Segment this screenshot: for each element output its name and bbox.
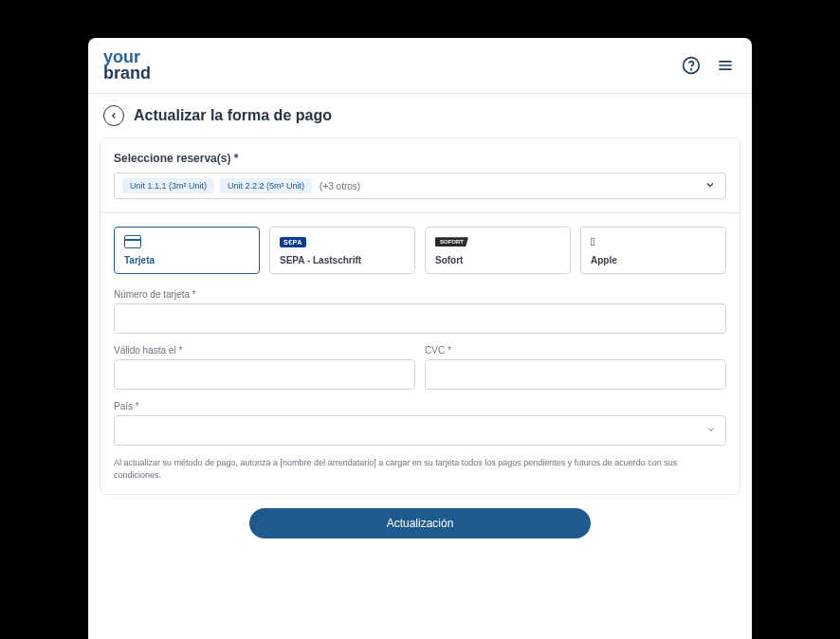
- help-icon[interactable]: [680, 54, 703, 77]
- card-icon: [124, 235, 249, 248]
- card-number-field: Número de tarjeta *: [114, 289, 726, 334]
- payment-method-sepa[interactable]: S€PA SEPA - Lastschrift: [269, 227, 415, 274]
- app-window: your brand: [88, 38, 752, 639]
- chevron-down-icon: [704, 177, 716, 194]
- cvc-label: CVC *: [425, 345, 726, 356]
- bookings-selector[interactable]: Unit 1.1.1 (3m² Unit) Unit 2.2.2 (5m² Un…: [114, 173, 726, 199]
- sepa-icon: S€PA: [280, 235, 405, 248]
- card-number-label: Número de tarjeta *: [114, 289, 726, 300]
- payment-method-sofort[interactable]: SOFORT Sofort: [425, 227, 571, 274]
- top-header: your brand: [88, 38, 752, 94]
- brand-line2: brand: [103, 65, 151, 82]
- submit-button[interactable]: Actualización: [249, 508, 591, 539]
- expiry-label: Válido hasta el *: [114, 345, 415, 356]
- hamburger-menu-icon[interactable]: [714, 54, 737, 77]
- booking-chip[interactable]: Unit 2.2.2 (5m² Unit): [220, 178, 312, 193]
- svg-point-1: [691, 69, 692, 70]
- payment-method-label: Tarjeta: [124, 255, 249, 265]
- country-select[interactable]: [114, 415, 726, 446]
- bottom-space: [88, 561, 752, 639]
- bookings-more: (+3 otros): [320, 181, 360, 192]
- card-number-input[interactable]: [114, 303, 726, 334]
- bookings-label: Seleccione reserva(s) *: [114, 152, 726, 165]
- country-label: País *: [114, 401, 726, 411]
- apple-icon: : [591, 235, 716, 248]
- divider: [100, 212, 740, 213]
- expiry-cvc-row: Válido hasta el * CVC *: [114, 345, 726, 390]
- brand-logo: your brand: [103, 49, 151, 82]
- back-button[interactable]: [103, 105, 124, 126]
- sofort-icon: SOFORT: [435, 235, 560, 248]
- title-bar: Actualizar la forma de pago: [88, 94, 752, 137]
- payment-method-label: SEPA - Lastschrift: [280, 255, 405, 265]
- country-field: País *: [114, 401, 726, 446]
- submit-wrap: Actualización: [88, 508, 752, 561]
- header-icons: [680, 54, 737, 77]
- cvc-field: CVC *: [425, 345, 726, 390]
- payment-method-apple[interactable]:  Apple: [580, 227, 726, 274]
- booking-chip[interactable]: Unit 1.1.1 (3m² Unit): [122, 178, 214, 193]
- payment-method-label: Apple: [591, 255, 716, 265]
- page-title: Actualizar la forma de pago: [134, 107, 332, 124]
- expiry-input[interactable]: [114, 359, 415, 390]
- payment-methods: Tarjeta S€PA SEPA - Lastschrift SOFORT S…: [114, 227, 726, 274]
- payment-method-card[interactable]: Tarjeta: [114, 227, 260, 274]
- payment-card: Seleccione reserva(s) * Unit 1.1.1 (3m² …: [100, 137, 740, 495]
- cvc-input[interactable]: [425, 359, 726, 390]
- payment-method-label: Sofort: [435, 255, 560, 265]
- expiry-field: Válido hasta el *: [114, 345, 415, 390]
- disclaimer-text: Al actualizar su método de pago, autoriz…: [114, 457, 726, 481]
